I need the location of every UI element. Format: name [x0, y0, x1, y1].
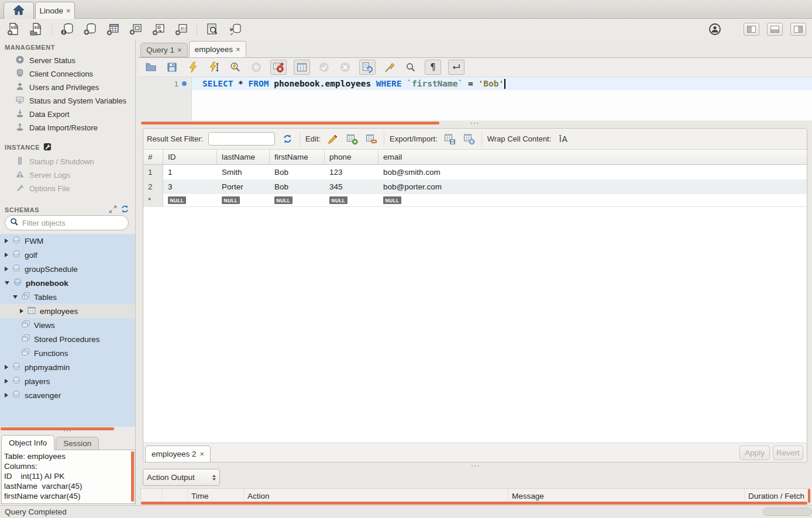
close-icon[interactable]: × [66, 6, 71, 15]
apply-button[interactable]: Apply [739, 446, 770, 460]
show-invisibles-button[interactable]: ¶ [425, 60, 441, 75]
editor-code-area[interactable]: SELECT * FROM phonebook.employees WHERE … [192, 77, 812, 120]
import-records-button[interactable] [462, 132, 476, 146]
new-row-placeholder[interactable]: * NULL NULL NULL NULL NULL [143, 194, 807, 207]
create-schema-button[interactable] [82, 22, 98, 37]
cell-id[interactable]: 1 [163, 165, 217, 179]
create-procedure-button[interactable] [151, 22, 166, 37]
sidebar-item-options-file[interactable]: Options File [0, 182, 135, 195]
output-v-scrollbar[interactable] [808, 489, 810, 503]
output-h-scrollbar[interactable] [141, 502, 807, 505]
inspect-database-button[interactable] [60, 22, 75, 37]
column-header-lastname[interactable]: lastName [217, 150, 270, 164]
sidebar-item-server-logs[interactable]: Server Logs [0, 168, 135, 182]
result-tab-employees-2[interactable]: employees 2× [145, 446, 211, 462]
tab-query-1[interactable]: Query 1× [140, 43, 188, 57]
cell-email[interactable]: bob@porter.com [379, 179, 807, 194]
open-sql-script-button[interactable] [144, 60, 158, 74]
output-col-action[interactable]: Action [244, 489, 508, 503]
commit-button[interactable] [317, 60, 331, 74]
tree-item-schema[interactable]: FWM [0, 234, 135, 248]
tree-item-views[interactable]: Views [0, 318, 135, 332]
tree-item-schema[interactable]: players [0, 374, 135, 388]
output-splitter-handle[interactable] [138, 464, 812, 468]
table-row[interactable]: 2 3 Porter Bob 345 bob@porter.com [143, 179, 807, 194]
home-tab[interactable] [4, 2, 34, 19]
toggle-stop-on-error-button[interactable] [270, 60, 287, 75]
reconnect-dbms-button[interactable] [228, 22, 243, 37]
export-results-button[interactable] [443, 132, 457, 146]
revert-button[interactable]: Revert [773, 446, 803, 460]
cell-lastname[interactable]: Porter [217, 179, 270, 194]
sidebar-item-startup-shutdown[interactable]: Startup / Shutdown [0, 155, 135, 168]
tab-object-info[interactable]: Object Info [1, 435, 54, 450]
output-col-duration[interactable]: Duration / Fetch [745, 489, 809, 503]
chevron-right-icon[interactable] [5, 253, 8, 257]
sidebar-item-server-status[interactable]: Server Status [0, 54, 135, 67]
column-header-id[interactable]: ID [163, 150, 217, 164]
chevron-right-icon[interactable] [5, 365, 8, 369]
tree-item-tables[interactable]: Tables [0, 290, 135, 304]
toggle-left-panel-button[interactable] [744, 23, 759, 36]
info-panel-scrollbar[interactable] [131, 451, 134, 502]
chevron-right-icon[interactable] [5, 393, 8, 398]
execute-statement-button[interactable] [186, 60, 200, 74]
tree-item-stored-procedures[interactable]: Stored Procedures [0, 332, 135, 346]
tree-item-schema-phonebook[interactable]: phonebook [0, 276, 135, 290]
sql-statement-line[interactable]: SELECT * FROM phonebook.employees WHERE … [192, 77, 812, 90]
find-button[interactable] [404, 60, 418, 74]
output-type-dropdown[interactable]: Action Output [143, 469, 220, 486]
tab-employees[interactable]: employees× [189, 41, 246, 57]
tree-item-schema[interactable]: scavenger [0, 388, 135, 402]
expand-schemas-icon[interactable] [109, 205, 117, 215]
execute-current-statement-button[interactable] [207, 60, 221, 74]
tree-item-schema[interactable]: phpmyadmin [0, 360, 135, 374]
tree-scrollbar[interactable] [1, 427, 114, 430]
new-sql-tab-button[interactable]: SQL [6, 22, 21, 37]
sidebar-item-status-system-variables[interactable]: Status and System Variables [0, 94, 135, 108]
search-data-button[interactable] [205, 22, 220, 37]
edit-cell-button[interactable] [326, 132, 340, 146]
column-header-rownum[interactable]: # [143, 150, 163, 164]
sidebar-item-users-privileges[interactable]: Users and Privileges [0, 81, 135, 94]
sidebar-splitter-handle[interactable] [59, 430, 76, 431]
cell-firstname[interactable]: Bob [270, 165, 325, 179]
sidebar-item-data-import[interactable]: Data Import/Restore [0, 121, 135, 134]
stop-query-button[interactable] [249, 60, 263, 74]
delete-row-button[interactable] [364, 132, 379, 146]
tree-item-schema[interactable]: golf [0, 248, 135, 262]
column-header-email[interactable]: email [379, 150, 807, 164]
explain-plan-button[interactable] [228, 60, 242, 74]
rollback-button[interactable] [338, 60, 352, 74]
toggle-right-panel-button[interactable] [790, 23, 806, 36]
create-function-button[interactable]: f() [174, 22, 189, 37]
editor-h-scrollbar[interactable] [141, 122, 439, 125]
toggle-wrap-button[interactable] [448, 60, 465, 75]
insert-row-button[interactable] [345, 132, 359, 146]
refresh-results-button[interactable] [280, 132, 294, 146]
save-script-button[interactable] [165, 60, 179, 74]
chevron-right-icon[interactable] [5, 379, 8, 384]
output-col-time[interactable]: Time [188, 489, 244, 503]
sql-editor[interactable]: 1 SELECT * FROM phonebook.employees WHER… [138, 77, 812, 120]
editor-splitter-handle[interactable] [466, 123, 483, 124]
sidebar-item-client-connections[interactable]: Client Connections [0, 67, 135, 81]
chevron-right-icon[interactable] [20, 309, 23, 313]
close-icon[interactable]: × [177, 46, 182, 54]
window-h-scrollbar-thumb[interactable] [763, 507, 812, 516]
chevron-down-icon[interactable] [5, 281, 9, 285]
open-sql-file-button[interactable]: SQL [29, 22, 44, 37]
chevron-right-icon[interactable] [5, 239, 8, 243]
result-filter-input[interactable] [208, 132, 275, 146]
limit-rows-button[interactable] [294, 60, 310, 75]
create-view-button[interactable] [128, 22, 143, 37]
user-badge-icon[interactable] [707, 22, 722, 37]
toggle-autocommit-button[interactable] [359, 60, 376, 75]
cell-phone[interactable]: 345 [325, 179, 379, 194]
output-col-message[interactable]: Message [508, 489, 745, 503]
tree-item-schema[interactable]: groupSchedule [0, 262, 135, 276]
beautify-script-button[interactable] [383, 60, 397, 74]
cell-phone[interactable]: 123 [325, 165, 379, 179]
refresh-schemas-icon[interactable] [121, 205, 129, 215]
column-header-phone[interactable]: phone [325, 150, 379, 164]
